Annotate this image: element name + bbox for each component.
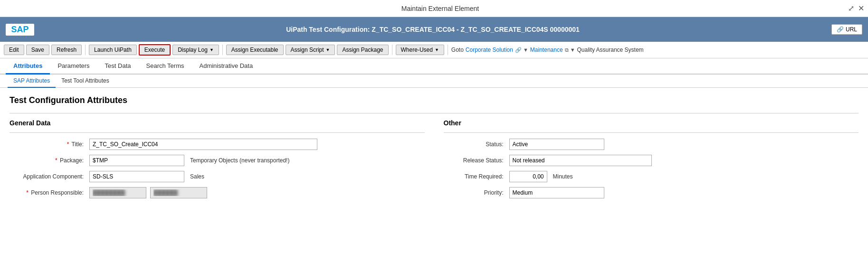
- quality-assurance-label: Quality Assurance System: [577, 47, 644, 53]
- execute-button[interactable]: Execute: [139, 44, 171, 56]
- edit-button[interactable]: Edit: [4, 45, 24, 55]
- title-label: * Title:: [10, 141, 86, 148]
- expand-icon[interactable]: ⤢: [848, 4, 854, 13]
- title-input[interactable]: [89, 139, 317, 150]
- time-required-input[interactable]: [509, 171, 547, 182]
- tab-search-terms[interactable]: Search Terms: [139, 58, 192, 75]
- tab-administrative-data[interactable]: Administrative Data: [191, 58, 260, 75]
- tab-parameters[interactable]: Parameters: [50, 58, 97, 75]
- assign-script-chevron: ▼: [326, 47, 330, 52]
- priority-field-row: Priority:: [444, 187, 859, 198]
- sub-tabs: SAP Attributes Test Tool Attributes: [0, 75, 868, 88]
- title-field-row: * Title:: [10, 139, 425, 150]
- where-used-button[interactable]: Where-Used ▼: [396, 45, 444, 55]
- status-field-row: Status:: [444, 139, 859, 150]
- title-bar: Maintain External Element ⤢ ✕: [0, 0, 868, 17]
- launch-uipath-button[interactable]: Launch UiPath: [89, 45, 137, 55]
- person-responsible-name-input[interactable]: [150, 187, 207, 198]
- app-component-label: Application Component:: [10, 173, 86, 180]
- assign-executable-button[interactable]: Assign Executable: [226, 45, 284, 55]
- corporate-solution-icons: 🔗 ▼: [515, 47, 528, 53]
- where-used-chevron: ▼: [435, 47, 439, 52]
- person-responsible-label: * Person Responsible:: [10, 189, 86, 196]
- package-description: Temporary Objects (never transported!): [190, 157, 289, 164]
- other-label: Other: [444, 119, 859, 127]
- display-log-chevron: ▼: [210, 47, 214, 52]
- assign-script-button[interactable]: Assign Script ▼: [286, 45, 335, 55]
- app-component-field-row: Application Component: Sales: [10, 171, 425, 182]
- priority-input[interactable]: [509, 187, 604, 198]
- release-status-label: Release Status:: [444, 157, 506, 164]
- goto-label: Goto: [451, 47, 464, 53]
- app-component-description: Sales: [190, 173, 204, 180]
- subtab-test-tool-attributes[interactable]: Test Tool Attributes: [56, 75, 115, 88]
- status-input[interactable]: [509, 139, 604, 150]
- two-column-layout: General Data * Title: * Package: Tempora…: [10, 119, 858, 203]
- general-data-divider: [10, 132, 425, 133]
- sap-logo: SAP: [6, 24, 34, 36]
- refresh-button[interactable]: Refresh: [51, 45, 82, 55]
- package-field-row: * Package: Temporary Objects (never tran…: [10, 155, 425, 166]
- corporate-solution-link[interactable]: Corporate Solution: [466, 47, 513, 53]
- tab-attributes[interactable]: Attributes: [6, 58, 50, 75]
- separator-4: [448, 45, 448, 55]
- section-title: Test Configuration Attributes: [10, 95, 858, 105]
- separator-3: [392, 45, 392, 55]
- person-responsible-field-row: * Person Responsible:: [10, 187, 425, 198]
- url-icon: 🔗: [837, 26, 844, 33]
- time-required-unit: Minutes: [553, 173, 573, 180]
- maintenance-icons: ⧉ ▼: [565, 47, 575, 53]
- maintenance-link[interactable]: Maintenance: [530, 47, 563, 53]
- time-required-label: Time Required:: [444, 173, 506, 180]
- other-column: Other Status: Release Status: Time Requi…: [444, 119, 859, 203]
- release-status-input[interactable]: [509, 155, 652, 166]
- assign-package-button[interactable]: Assign Package: [337, 45, 388, 55]
- save-button[interactable]: Save: [26, 45, 49, 55]
- window-title: Maintain External Element: [401, 5, 479, 12]
- url-button[interactable]: 🔗 URL: [831, 24, 862, 35]
- display-log-button[interactable]: Display Log ▼: [172, 45, 219, 55]
- main-tabs: Attributes Parameters Test Data Search T…: [0, 58, 868, 75]
- sap-title: UiPath Test Configuration: Z_TC_SO_CREAT…: [40, 26, 826, 33]
- sap-header: SAP UiPath Test Configuration: Z_TC_SO_C…: [0, 17, 868, 42]
- toolbar: Edit Save Refresh Launch UiPath Execute …: [0, 42, 868, 58]
- separator-1: [85, 45, 86, 55]
- app-component-input[interactable]: [89, 171, 184, 182]
- priority-label: Priority:: [444, 189, 506, 196]
- section-divider: [10, 113, 858, 113]
- other-divider: [444, 132, 859, 133]
- person-responsible-input[interactable]: [89, 187, 146, 198]
- general-data-column: General Data * Title: * Package: Tempora…: [10, 119, 425, 203]
- tab-test-data[interactable]: Test Data: [97, 58, 139, 75]
- package-label: * Package:: [10, 157, 86, 164]
- release-status-field-row: Release Status:: [444, 155, 859, 166]
- status-label: Status:: [444, 141, 506, 148]
- time-required-field-row: Time Required: Minutes: [444, 171, 859, 182]
- general-data-label: General Data: [10, 119, 425, 127]
- main-content: Test Configuration Attributes General Da…: [0, 88, 868, 211]
- close-icon[interactable]: ✕: [858, 4, 864, 13]
- package-input[interactable]: [89, 155, 184, 166]
- separator-2: [222, 45, 223, 55]
- subtab-sap-attributes[interactable]: SAP Attributes: [8, 75, 56, 88]
